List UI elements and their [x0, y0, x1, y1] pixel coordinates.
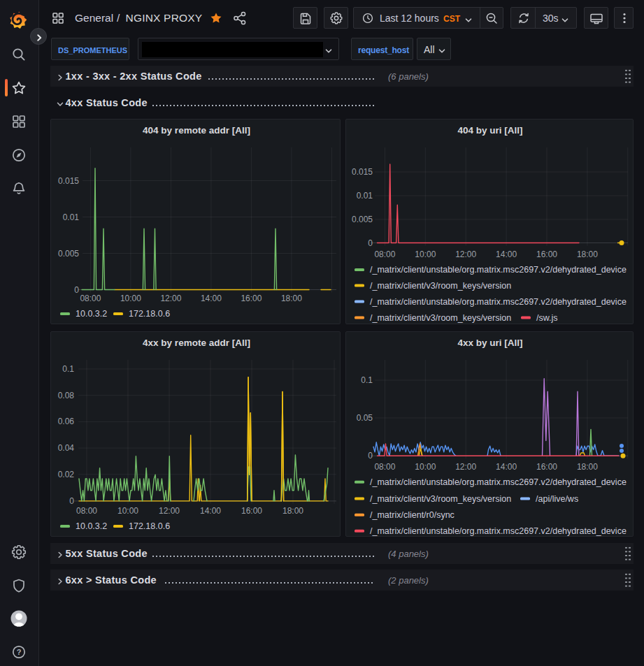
svg-text:0.02: 0.02 [58, 470, 75, 479]
svg-text:0.1: 0.1 [361, 375, 373, 385]
svg-text:0.06: 0.06 [58, 417, 75, 426]
svg-text:/_matrix/client/unstable/org.m: /_matrix/client/unstable/org.matrix.msc2… [370, 477, 627, 487]
svg-text:08:00: 08:00 [374, 462, 395, 472]
svg-text:16:00: 16:00 [241, 294, 262, 303]
svg-text:10.0.3.2: 10.0.3.2 [76, 521, 107, 531]
svg-text:/_matrix/client/v3/room_keys/v: /_matrix/client/v3/room_keys/version [370, 281, 511, 291]
svg-text:/_matrix/client/v3/room_keys/v: /_matrix/client/v3/room_keys/version [370, 313, 511, 323]
svg-text:12:00: 12:00 [455, 462, 476, 472]
svg-text:0.005: 0.005 [58, 249, 79, 259]
svg-text:0.1: 0.1 [62, 364, 74, 374]
svg-text:172.18.0.6: 172.18.0.6 [129, 521, 170, 531]
svg-text:10:00: 10:00 [117, 506, 138, 516]
svg-text:0.015: 0.015 [58, 176, 79, 186]
svg-text:08:00: 08:00 [76, 506, 97, 516]
svg-text:18:00: 18:00 [282, 506, 303, 516]
svg-text:14:00: 14:00 [496, 462, 517, 472]
svg-text:/_matrix/client/unstable/org.m: /_matrix/client/unstable/org.matrix.msc2… [370, 297, 627, 307]
svg-text:404 by uri [All]: 404 by uri [All] [457, 125, 522, 136]
svg-text:/sw.js: /sw.js [536, 313, 558, 323]
svg-text:16:00: 16:00 [241, 506, 262, 516]
svg-text:0.015: 0.015 [352, 167, 373, 177]
svg-text:10:00: 10:00 [415, 249, 436, 259]
svg-text:18:00: 18:00 [577, 462, 598, 472]
svg-text:4xx by uri [All]: 4xx by uri [All] [457, 338, 522, 348]
svg-text:/_matrix/client/unstable/org.m: /_matrix/client/unstable/org.matrix.msc2… [370, 265, 627, 275]
svg-text:18:00: 18:00 [577, 249, 598, 259]
svg-text:10:00: 10:00 [120, 294, 141, 303]
svg-text:0.04: 0.04 [58, 443, 75, 453]
svg-text:16:00: 16:00 [536, 462, 557, 472]
svg-text:12:00: 12:00 [455, 249, 476, 259]
svg-text:404 by remote addr [All]: 404 by remote addr [All] [143, 125, 250, 136]
svg-text:12:00: 12:00 [160, 294, 181, 303]
svg-text:12:00: 12:00 [159, 506, 180, 516]
svg-text:?: ? [17, 648, 22, 656]
svg-text:0.08: 0.08 [58, 391, 75, 400]
svg-text:4xx by remote addr [All]: 4xx by remote addr [All] [143, 338, 250, 348]
svg-text:0.01: 0.01 [357, 191, 373, 201]
svg-text:0: 0 [69, 496, 74, 506]
svg-text:10.0.3.2: 10.0.3.2 [76, 309, 107, 319]
svg-text:10:00: 10:00 [415, 462, 436, 472]
svg-text:/api/live/ws: /api/live/ws [536, 494, 578, 504]
svg-text:0.01: 0.01 [63, 212, 80, 222]
svg-text:16:00: 16:00 [536, 249, 557, 259]
svg-text:0.005: 0.005 [352, 215, 373, 224]
svg-text:/_matrix/client/r0/sync: /_matrix/client/r0/sync [370, 510, 455, 520]
svg-text:14:00: 14:00 [201, 294, 222, 303]
svg-text:0.05: 0.05 [357, 413, 373, 423]
svg-text:18:00: 18:00 [281, 294, 302, 303]
svg-text:/_matrix/client/unstable/org.m: /_matrix/client/unstable/org.matrix.msc2… [370, 526, 627, 536]
svg-text:14:00: 14:00 [496, 249, 517, 259]
svg-text:14:00: 14:00 [200, 506, 221, 516]
svg-text:08:00: 08:00 [80, 294, 101, 303]
svg-text:/_matrix/client/v3/room_keys/v: /_matrix/client/v3/room_keys/version [370, 494, 511, 504]
svg-text:172.18.0.6: 172.18.0.6 [129, 309, 170, 319]
svg-text:08:00: 08:00 [374, 249, 395, 259]
